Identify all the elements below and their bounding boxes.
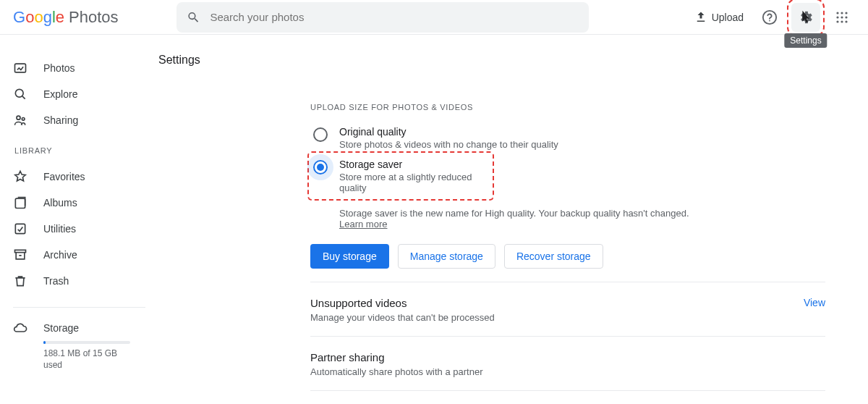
option-original-quality[interactable]: Original quality Store photos & videos w… [310, 122, 825, 154]
svg-point-8 [836, 20, 838, 22]
sidebar-item-label: Storage [43, 322, 79, 334]
sidebar-item-archive[interactable]: Archive [13, 242, 148, 268]
sidebar-item-label: Utilities [43, 223, 76, 235]
svg-point-9 [841, 20, 843, 22]
svg-rect-17 [15, 250, 26, 252]
sidebar-item-explore[interactable]: Explore [13, 81, 148, 107]
product-name: Photos [69, 8, 119, 27]
sharing-icon [13, 113, 27, 127]
google-apps-button[interactable] [827, 3, 856, 32]
option-subtitle: Store photos & videos with no change to … [339, 139, 558, 150]
settings-tooltip: Settings [784, 33, 827, 48]
sidebar-item-sharing[interactable]: Sharing [13, 107, 148, 133]
help-icon [762, 9, 778, 25]
svg-point-14 [22, 118, 25, 121]
svg-point-2 [836, 12, 838, 14]
sidebar: Photos Explore Sharing LIBRARY Favorites… [0, 35, 148, 404]
radio-checked-icon[interactable] [313, 160, 328, 174]
sidebar-item-label: Explore [43, 88, 77, 100]
svg-point-10 [845, 20, 847, 22]
storage-usage-text: 188.1 MB of 15 GB used [43, 348, 130, 371]
page-title: Settings [158, 54, 868, 67]
apps-icon [835, 11, 848, 24]
section-title: Partner sharing [310, 351, 825, 363]
sidebar-item-trash[interactable]: Trash [13, 268, 148, 294]
search-box[interactable] [176, 2, 589, 33]
section-suggestions[interactable]: Suggestions Manage the types of suggesti… [310, 390, 825, 404]
sidebar-item-label: Favorites [43, 171, 85, 182]
sidebar-item-label: Photos [43, 62, 75, 74]
trash-icon [13, 274, 27, 288]
section-unsupported-videos: Unsupported videos Manage your videos th… [310, 282, 825, 336]
svg-point-5 [836, 16, 838, 18]
recover-storage-button[interactable]: Recover storage [504, 244, 603, 269]
svg-rect-15 [15, 198, 25, 208]
section-upload-size: UPLOAD SIZE FOR PHOTOS & VIDEOS Original… [310, 78, 825, 282]
photos-icon [13, 61, 27, 75]
svg-point-1 [769, 20, 770, 21]
manage-storage-button[interactable]: Manage storage [398, 244, 495, 269]
utilities-icon [13, 222, 27, 236]
settings-button[interactable]: Settings [791, 3, 820, 32]
albums-icon [13, 195, 27, 210]
learn-more-link[interactable]: Learn more [339, 219, 387, 230]
svg-point-0 [763, 10, 776, 23]
gear-icon [798, 9, 814, 25]
sidebar-item-storage[interactable]: Storage [13, 321, 148, 335]
svg-point-4 [845, 12, 847, 14]
app-header: Google Photos Upload Settings [0, 0, 868, 35]
search-icon [13, 87, 27, 101]
upload-button[interactable]: Upload [690, 8, 748, 27]
svg-rect-11 [15, 64, 26, 72]
radio-unchecked-icon[interactable] [313, 127, 328, 142]
svg-point-7 [845, 16, 847, 18]
sidebar-item-favorites[interactable]: Favorites [13, 164, 148, 190]
svg-point-12 [15, 89, 23, 97]
search-icon [187, 10, 200, 25]
option-subtitle: Store more at a slightly reduced quality [339, 172, 488, 193]
section-subtitle: Automatically share photos with a partne… [310, 366, 825, 377]
star-icon [13, 169, 27, 184]
buy-storage-button[interactable]: Buy storage [310, 244, 389, 269]
svg-point-6 [841, 16, 843, 18]
section-subtitle: Manage your videos that can't be process… [310, 312, 495, 323]
logo[interactable]: Google Photos [13, 8, 119, 27]
section-title: Unsupported videos [310, 297, 495, 309]
sidebar-item-label: Albums [43, 197, 77, 209]
option-title: Storage saver [339, 159, 488, 170]
help-button[interactable] [755, 3, 784, 32]
sidebar-item-albums[interactable]: Albums [13, 190, 148, 216]
section-label: UPLOAD SIZE FOR PHOTOS & VIDEOS [310, 103, 825, 111]
svg-rect-16 [15, 224, 25, 233]
main-content: Settings UPLOAD SIZE FOR PHOTOS & VIDEOS… [148, 35, 868, 404]
option-storage-saver[interactable]: Storage saver Store more at a slightly r… [310, 154, 491, 198]
library-header: LIBRARY [14, 146, 148, 155]
sidebar-item-label: Sharing [43, 114, 78, 126]
archive-icon [13, 248, 27, 262]
view-link[interactable]: View [804, 297, 825, 308]
section-partner-sharing: Partner sharing Automatically share phot… [310, 336, 825, 390]
sidebar-item-label: Trash [43, 275, 69, 287]
sidebar-item-label: Archive [43, 249, 77, 261]
sidebar-item-photos[interactable]: Photos [13, 55, 148, 81]
storage-saver-note: Storage saver is the new name for High q… [339, 208, 825, 230]
sidebar-item-utilities[interactable]: Utilities [13, 216, 148, 242]
upload-icon [694, 11, 707, 24]
cloud-icon [13, 321, 27, 335]
svg-point-3 [841, 12, 843, 14]
option-title: Original quality [339, 126, 558, 138]
svg-point-13 [17, 116, 20, 119]
storage-progress-bar [43, 341, 130, 344]
search-input[interactable] [208, 10, 578, 24]
